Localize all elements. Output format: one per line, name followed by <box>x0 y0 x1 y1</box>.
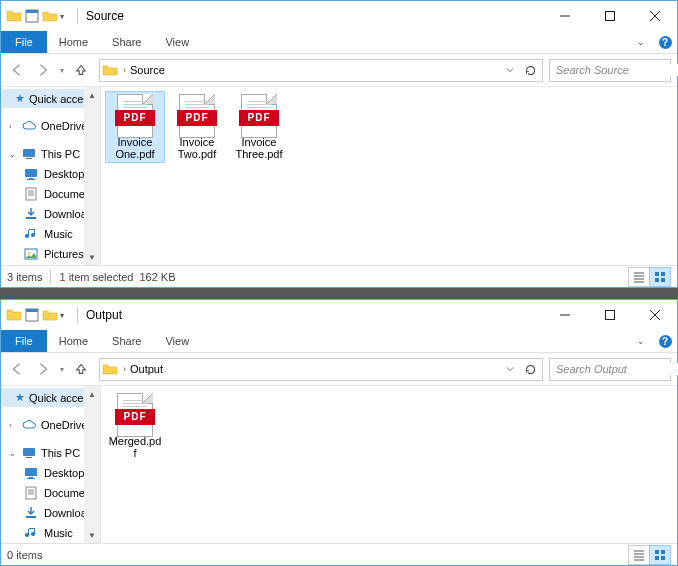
chevron-right-icon[interactable]: › <box>9 421 17 430</box>
address-bar[interactable]: › Source <box>99 59 543 82</box>
chevron-right-icon[interactable]: › <box>120 364 129 374</box>
ribbon-collapse-icon[interactable]: ⌄ <box>629 31 653 53</box>
files-pane[interactable]: PDFInvoice One.pdfPDFInvoice Two.pdfPDFI… <box>101 87 677 265</box>
properties-icon[interactable] <box>24 8 40 24</box>
status-count: 3 items <box>7 271 42 283</box>
file-item[interactable]: PDFInvoice One.pdf <box>105 91 165 163</box>
refresh-button[interactable] <box>520 60 540 81</box>
nav-label: OneDrive <box>41 419 87 431</box>
tab-share[interactable]: Share <box>100 330 153 352</box>
details-view-button[interactable] <box>628 267 650 287</box>
svg-rect-54 <box>27 478 35 479</box>
file-item[interactable]: PDFMerged.pdf <box>105 390 165 462</box>
maximize-button[interactable] <box>587 301 632 330</box>
file-tab[interactable]: File <box>1 31 47 53</box>
minimize-button[interactable] <box>542 2 587 31</box>
search-box[interactable] <box>549 358 671 381</box>
icons-view-button[interactable] <box>649 545 671 565</box>
files-pane[interactable]: PDFMerged.pdf <box>101 386 677 543</box>
address-dropdown-icon[interactable] <box>500 359 520 380</box>
tab-home[interactable]: Home <box>47 31 100 53</box>
address-bar[interactable]: › Output <box>99 358 543 381</box>
search-input[interactable] <box>556 363 678 375</box>
nav-label: Desktop <box>44 467 84 479</box>
help-button[interactable]: ? <box>653 31 677 53</box>
nav-row: ▾ › Output <box>1 353 677 385</box>
item-icon <box>23 465 39 481</box>
scrollbar[interactable]: ▲ ▼ <box>84 386 100 543</box>
qat-dropdown-icon[interactable]: ▾ <box>60 311 68 320</box>
tab-view[interactable]: View <box>153 330 201 352</box>
file-item[interactable]: PDFInvoice Three.pdf <box>229 91 289 163</box>
title-bar[interactable]: ▾ Output <box>1 300 677 330</box>
help-icon: ? <box>659 36 672 49</box>
back-button[interactable] <box>5 357 29 381</box>
forward-button[interactable] <box>31 58 55 82</box>
forward-button[interactable] <box>31 357 55 381</box>
item-icon <box>23 186 39 202</box>
chevron-right-icon[interactable]: › <box>9 122 17 131</box>
scroll-up-button[interactable]: ▲ <box>84 87 100 103</box>
history-dropdown-icon[interactable]: ▾ <box>57 66 67 75</box>
tab-share[interactable]: Share <box>100 31 153 53</box>
chevron-right-icon[interactable]: › <box>120 65 129 75</box>
details-view-button[interactable] <box>628 545 650 565</box>
close-button[interactable] <box>632 2 677 31</box>
nav-pane[interactable]: ★Quick access›OneDrive⌄This PCDesktopDoc… <box>1 386 101 543</box>
up-button[interactable] <box>69 58 93 82</box>
status-selection: 1 item selected <box>59 271 133 283</box>
svg-rect-59 <box>26 516 36 518</box>
svg-rect-81 <box>661 556 665 560</box>
tab-home[interactable]: Home <box>47 330 100 352</box>
up-button[interactable] <box>69 357 93 381</box>
file-label: Invoice Three.pdf <box>232 136 286 160</box>
folder-icon <box>6 307 22 323</box>
history-dropdown-icon[interactable]: ▾ <box>57 365 67 374</box>
monitor-icon <box>21 146 37 162</box>
chevron-down-icon[interactable]: ⌄ <box>9 449 17 458</box>
properties-icon[interactable] <box>24 307 40 323</box>
close-button[interactable] <box>632 301 677 330</box>
chevron-down-icon[interactable]: ⌄ <box>9 150 17 159</box>
refresh-button[interactable] <box>520 359 540 380</box>
scroll-track[interactable] <box>84 103 100 249</box>
new-folder-icon[interactable] <box>42 307 58 323</box>
minimize-button[interactable] <box>542 301 587 330</box>
back-button[interactable] <box>5 58 29 82</box>
scroll-down-button[interactable]: ▼ <box>84 249 100 265</box>
scroll-track[interactable] <box>84 402 100 527</box>
nav-label: This PC <box>41 148 80 160</box>
explorer-window-output: ▾ Output File Home Share View ⌄ ? ▾ › Ou… <box>0 299 678 566</box>
item-icon <box>23 525 39 541</box>
ribbon-collapse-icon[interactable]: ⌄ <box>629 330 653 352</box>
breadcrumb-seg[interactable]: Source <box>129 64 166 76</box>
svg-rect-12 <box>27 179 35 180</box>
tab-view[interactable]: View <box>153 31 201 53</box>
icons-view-button[interactable] <box>649 267 671 287</box>
new-folder-icon[interactable] <box>42 8 58 24</box>
status-count: 0 items <box>7 549 42 561</box>
nav-pane[interactable]: ★Quick access›OneDrive⌄This PCDesktopDoc… <box>1 87 101 265</box>
title-bar[interactable]: ▾ Source <box>1 1 677 31</box>
help-button[interactable]: ? <box>653 330 677 352</box>
separator <box>50 270 51 284</box>
qat-dropdown-icon[interactable]: ▾ <box>60 12 68 21</box>
scrollbar[interactable]: ▲ ▼ <box>84 87 100 265</box>
breadcrumb-seg[interactable]: Output <box>129 363 164 375</box>
svg-rect-1 <box>26 10 38 13</box>
pdf-file-icon: PDF <box>239 94 279 134</box>
scroll-up-button[interactable]: ▲ <box>84 386 100 402</box>
file-tab[interactable]: File <box>1 330 47 352</box>
search-box[interactable] <box>549 59 671 82</box>
status-size: 162 KB <box>139 271 175 283</box>
address-dropdown-icon[interactable] <box>500 60 520 81</box>
monitor-icon <box>21 445 37 461</box>
file-item[interactable]: PDFInvoice Two.pdf <box>167 91 227 163</box>
maximize-button[interactable] <box>587 2 632 31</box>
svg-rect-41 <box>661 278 665 282</box>
pdf-file-icon: PDF <box>177 94 217 134</box>
scroll-down-button[interactable]: ▼ <box>84 527 100 543</box>
svg-rect-80 <box>655 556 659 560</box>
file-label: Invoice Two.pdf <box>170 136 224 160</box>
search-input[interactable] <box>556 64 678 76</box>
